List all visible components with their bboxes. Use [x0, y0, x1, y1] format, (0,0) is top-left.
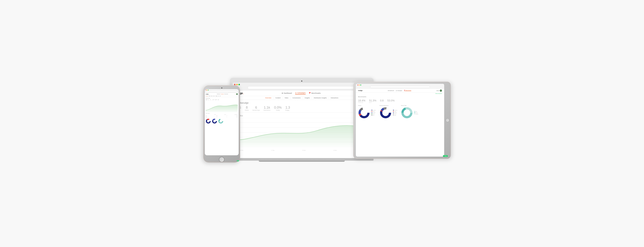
laptop-tab-campaigns-label: Campaigns — [297, 92, 306, 94]
laptop-subnav-distribution[interactable]: Distribution Insights — [314, 97, 326, 99]
laptop-stat-virality-value: 0.0% — [274, 106, 282, 110]
laptop-device: nudge. ⊞ Dashboard ◎ Campaigns 🚩 Benchm — [230, 78, 374, 168]
laptop-tab-benchmarks[interactable]: 🚩 Benchmarks — [309, 92, 321, 94]
tablet-stat-clickthrough-label: Clickthrough — [358, 102, 366, 103]
phone-table-header: People Shares Actions/Rate — [206, 114, 238, 115]
laptop-dash-content: Giveitanudge 636 People 8 Shares 6 Earne — [232, 100, 371, 153]
laptop-dot-yellow — [236, 84, 238, 85]
laptop-stat-virality: 0.0% Virality — [274, 106, 282, 111]
tablet-device-legend: iPad iPhone Desktop — [414, 111, 418, 114]
laptop-app-nav: nudge. ⊞ Dashboard ◎ Campaigns 🚩 Benchm — [232, 90, 371, 96]
tablet-home-button[interactable] — [446, 118, 449, 122]
phone-dot-yellow — [207, 90, 208, 90]
laptop-subnav-interactions[interactable]: Interactions — [331, 97, 338, 99]
laptop-stat-shares-value: 8 — [245, 106, 249, 110]
phone-campaign-name: Giveitanudge — [206, 98, 238, 99]
phone-stats-row: 636 People 8 Shares 6 E.Imps 1.1k — [206, 99, 238, 101]
phone-tab-campaigns[interactable]: Campaigns — [220, 94, 224, 94]
laptop-statistics-title: Statistics — [236, 115, 368, 117]
tablet-stat-3-value: 0.8 — [380, 99, 384, 102]
phone-home-button[interactable] — [219, 157, 224, 162]
laptop-chart-x-axis: 16 Mar 17 Mar 18 Mar 19 Mar 20 Mar — [240, 150, 368, 151]
phone-subnav-conversions[interactable]: Conver. — [213, 96, 215, 96]
tablet-help-badge[interactable]: ? Help — [443, 155, 444, 157]
tablet-donut-earned: Earned Impressions Fa — [380, 105, 398, 119]
phone-avatar — [236, 93, 238, 95]
laptop-tab-dashboard[interactable]: ⊞ Dashboard — [282, 92, 292, 94]
phone-logo: nudge. — [206, 94, 209, 95]
laptop-base — [230, 158, 374, 161]
svg-point-25 — [384, 111, 387, 114]
laptop-stats-row: 636 People 8 Shares 6 Earned Imps 1.1k — [236, 106, 368, 112]
tablet-donut-device-title: Device Type — [401, 105, 418, 106]
laptop-camera — [301, 80, 302, 82]
tablet-browser-chrome — [356, 84, 444, 89]
laptop-lid: nudge. ⊞ Dashboard ◎ Campaigns 🚩 Benchm — [230, 78, 374, 158]
tablet-earned-legend: Facebook Twitter LinkedIn Tumblr Nepal — [393, 110, 398, 116]
tablet-benchmarks-link[interactable]: Benchmarks ▾ — [356, 93, 444, 94]
laptop-subnav-video[interactable]: Video — [285, 97, 288, 99]
laptop-stat-shares: 8 Shares — [245, 106, 249, 111]
phone-tab-benchmarks[interactable]: Benchmarks — [224, 94, 228, 94]
tablet-content: Benchmarks 18.4% Clickthrough 51.3% Retu… — [356, 94, 444, 120]
phone-sub-nav: Overview Content Video Conver. Insights … — [205, 95, 239, 97]
laptop-tab-campaigns[interactable]: ◎ Campaigns — [295, 92, 306, 94]
laptop-subnav-overview[interactable]: Overview — [265, 97, 271, 99]
benchmarks-icon: 🚩 — [309, 92, 311, 94]
phone-subnav-inter[interactable]: Inter. — [220, 96, 221, 96]
tablet-avatar: N — [440, 89, 442, 92]
phone-subnav-content[interactable]: Content — [209, 96, 211, 96]
tablet-stats-row: 18.4% Clickthrough 51.3% Return 0.8 53.0… — [358, 99, 442, 103]
tablet-logo: nudge. — [358, 90, 363, 91]
phone-stat-virality: 0.0% Virality — [215, 99, 217, 101]
laptop-dot-green — [238, 84, 240, 85]
laptop-subnav-content[interactable]: Content — [276, 97, 280, 99]
laptop-chart-svg — [240, 118, 368, 147]
laptop-stat-earned: 6 Earned Imps — [252, 106, 260, 111]
laptop-tab-benchmarks-label: Benchmarks — [312, 92, 321, 94]
tablet-stat-return: 51.3% Return — [369, 99, 376, 103]
phone-chart — [206, 101, 238, 112]
phone-device: nudge. Dashboard Campaigns Benchmarks Ov… — [203, 85, 240, 163]
phone-tab-dashboard[interactable]: Dashboard — [217, 94, 220, 94]
tablet-donut-earned-title: Earned Impressions — [380, 105, 398, 106]
tablet-tab-benchmarks[interactable]: 🚩 Benchmarks — [404, 90, 411, 91]
svg-point-2 — [208, 120, 209, 122]
phone-stat-earned: 6 E.Imps — [210, 99, 212, 101]
svg-point-29 — [405, 111, 409, 114]
phone-donuts — [206, 119, 238, 124]
tablet-tab-dashboard[interactable]: ⊞ Dashboard — [388, 90, 394, 91]
laptop-tab-dashboard-label: Dashboard — [284, 92, 292, 94]
phone-subnav-video[interactable]: Video — [211, 96, 212, 96]
laptop-subnav-insights[interactable]: Insights — [305, 97, 310, 99]
phone-subnav-overview[interactable]: Overview — [206, 96, 208, 96]
tablet-donut-shares-group: Facebook Twitter LinkedIn Email Other — [358, 107, 376, 119]
tablet-stat-clickthrough-value: 18.4% — [358, 99, 366, 102]
laptop-address-bar — [248, 86, 356, 89]
phone-table-row: Art. 1 120 3 2.5% — [206, 115, 238, 116]
tablet-stat-4: 53.0% — [387, 99, 395, 103]
tablet-dot-yellow — [359, 84, 360, 85]
tablet-device: nudge. ⊞ Dashboard ◎ Campaigns 🚩 Benchma… — [353, 82, 451, 159]
tablet-tab-campaigns[interactable]: ◎ Campaigns — [396, 90, 402, 91]
laptop-stat-shares-label: Shares — [245, 110, 249, 111]
tablet-dot-red — [357, 84, 358, 85]
laptop-stat-engag-label: Engag... — [286, 110, 290, 111]
laptop-chart: 240 200 160 120 80 40 0 — [236, 118, 368, 151]
laptop-nav-tabs: ⊞ Dashboard ◎ Campaigns 🚩 Benchmarks — [282, 92, 321, 94]
phone-table: People Shares Actions/Rate Art. 1 120 3 … — [206, 114, 238, 118]
laptop-subnav-conversions[interactable]: Conversions — [292, 97, 300, 99]
tablet-donut-earned-svg — [380, 107, 392, 119]
laptop-stat-engag: 1.3 Engag... — [286, 106, 290, 111]
campaigns-icon: ◎ — [295, 92, 296, 94]
phone-top-content-label: Top Content — [206, 113, 238, 114]
tablet-stat-3: 0.8 — [380, 99, 384, 103]
tablet-stat-4-value: 53.0% — [387, 99, 395, 102]
tablet-donut-device: Device Type iPad iPhon — [401, 105, 418, 119]
help-icon: ? — [444, 156, 444, 157]
phone-content: Giveitanudge 636 People 8 Shares 6 E.Imp — [205, 97, 239, 124]
phone-subnav-insights[interactable]: Insights — [216, 96, 217, 96]
phone-subnav-dist[interactable]: Dist. — [218, 96, 219, 96]
tablet-stat-return-label: Return — [369, 102, 376, 103]
tablet-dot-green — [360, 84, 361, 85]
